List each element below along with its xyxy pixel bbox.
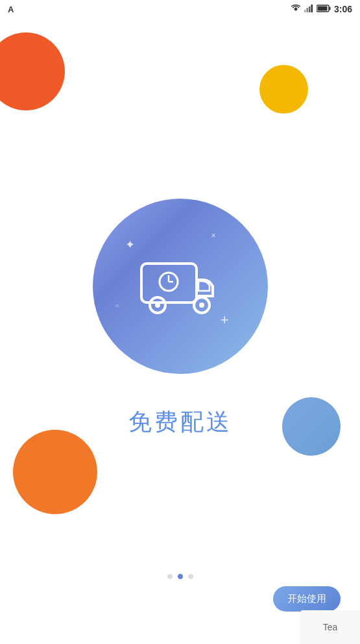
star-icon-2: × [211,231,215,240]
svg-marker-0 [294,7,298,11]
svg-rect-6 [329,6,330,10]
svg-point-13 [155,303,160,308]
start-button[interactable]: 开始使用 [273,586,341,612]
central-circle: ✦ × ○ + [93,199,268,374]
star-icon-1: ✦ [125,238,135,252]
app-indicator: A [8,5,14,14]
svg-rect-2 [306,8,308,12]
svg-rect-8 [141,264,197,303]
time-display: 3:06 [334,4,352,14]
svg-point-15 [199,303,204,308]
star-icon-4: + [221,312,229,328]
battery-icon [317,5,331,14]
signal-icon [304,5,313,14]
page-title: 免费配送 [128,406,232,438]
tea-label: Tea [300,610,360,644]
status-icons: 3:06 [291,4,352,14]
dot-2[interactable] [178,574,183,579]
star-icon-3: ○ [115,302,119,309]
dot-1[interactable] [167,574,173,579]
dot-3[interactable] [188,574,193,579]
main-content: ✦ × ○ + 免费配送 [0,18,360,644]
svg-rect-1 [304,10,306,12]
status-bar: A 3:06 [0,0,360,18]
svg-rect-3 [309,6,311,12]
pagination-dots [167,574,193,579]
truck-icon [132,251,229,322]
wifi-icon [291,5,301,14]
svg-rect-7 [317,6,327,10]
svg-rect-4 [311,5,313,12]
